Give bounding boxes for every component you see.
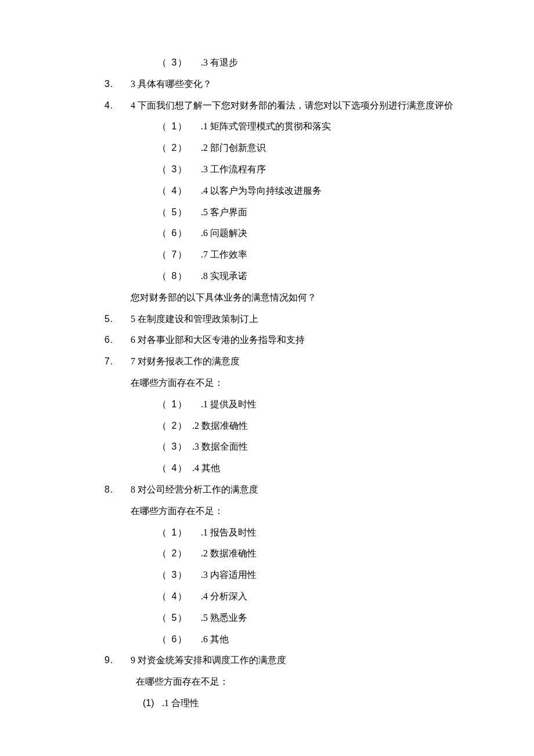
list-item: （ 3）.3 内容适用性 bbox=[131, 565, 476, 586]
question-text: 3 具体有哪些变化？ bbox=[131, 74, 476, 95]
list-item: （ 3）.3 工作流程有序 bbox=[131, 159, 476, 180]
sub-text: .8 实现承诺 bbox=[201, 266, 476, 287]
sub-number: （ 5） bbox=[157, 607, 201, 629]
question-number: 6. bbox=[104, 330, 131, 351]
question-7: 7. 7 对财务报表工作的满意度 在哪些方面存在不足： （ 1）.1 提供及时性… bbox=[58, 351, 476, 479]
question-number: 3. bbox=[104, 74, 131, 95]
question-text: 5 在制度建设和管理政策制订上 bbox=[131, 309, 476, 330]
question-6: 6. 6 对各事业部和大区专港的业务指导和支持 bbox=[58, 330, 476, 351]
question-text: 7 对财务报表工作的满意度 bbox=[131, 351, 476, 372]
sub-text: .6 其他 bbox=[201, 629, 476, 650]
sub-number: （ 7） bbox=[157, 244, 201, 266]
sub-number: （ 3） bbox=[157, 436, 192, 458]
list-item: （ 5）.5 熟悉业务 bbox=[131, 607, 476, 629]
sub-text: .6 问题解决 bbox=[201, 223, 476, 244]
list-item: （ 1）.1 矩阵式管理模式的贯彻和落实 bbox=[131, 116, 476, 138]
sub-number: （ 1） bbox=[157, 116, 201, 138]
sub-number: （ 4） bbox=[157, 180, 201, 202]
sub-number: （ 1） bbox=[157, 522, 201, 544]
sub-text: .4 分析深入 bbox=[201, 586, 476, 607]
question-number: 5. bbox=[104, 309, 131, 330]
question-4: 4. 4 下面我们想了解一下您对财务部的看法，请您对以下选项分别进行满意度评价 … bbox=[58, 95, 476, 309]
list-item: （ 3） .3 有退步 bbox=[131, 52, 476, 74]
list-item: （ 4）.4 以客户为导向持续改进服务 bbox=[131, 180, 476, 202]
sub-text: .3 工作流程有序 bbox=[201, 159, 476, 180]
sub-number: （ 8） bbox=[157, 266, 201, 287]
list-item: （ 2）.2 数据准确性 bbox=[131, 543, 476, 565]
sub-text: .4 以客户为导向持续改进服务 bbox=[201, 180, 476, 202]
sub-number: （ 6） bbox=[157, 629, 201, 650]
sub-text: .1 提供及时性 bbox=[201, 394, 476, 415]
sub-number: （ 2） bbox=[157, 138, 201, 159]
question-text: 6 对各事业部和大区专港的业务指导和支持 bbox=[131, 330, 476, 351]
question-number: 7. bbox=[104, 351, 131, 479]
sub-text: .1 合理性 bbox=[162, 698, 199, 708]
list-item: （ 4）.4 分析深入 bbox=[131, 586, 476, 607]
sub-text: .1 报告及时性 bbox=[201, 522, 476, 544]
question-number: 9. bbox=[104, 650, 131, 671]
sub-number: （ 6） bbox=[157, 223, 201, 244]
question-text: 4 下面我们想了解一下您对财务部的看法，请您对以下选项分别进行满意度评价 bbox=[131, 95, 476, 117]
sub-number: （ 3） bbox=[157, 159, 201, 180]
question-2-remainder: （ 3） .3 有退步 bbox=[58, 52, 476, 74]
sub-number: （ 3） bbox=[157, 52, 201, 74]
sub-text: .5 客户界面 bbox=[201, 202, 476, 223]
sub-text: .2 部门创新意识 bbox=[201, 138, 476, 159]
sub-number: （ 3） bbox=[157, 565, 201, 586]
question-3: 3. 3 具体有哪些变化？ bbox=[58, 74, 476, 95]
list-item: （ 2）.2 部门创新意识 bbox=[131, 138, 476, 159]
sub-number: （ 1） bbox=[157, 394, 201, 415]
list-item: （ 5）.5 客户界面 bbox=[131, 202, 476, 223]
question-9-prompt: 在哪些方面存在不足： bbox=[58, 671, 476, 693]
sub-text: .3 有退步 bbox=[201, 52, 476, 74]
sub-number: （ 4） bbox=[157, 586, 201, 607]
question-prompt: 在哪些方面存在不足： bbox=[131, 372, 476, 394]
list-item: （ 6）.6 问题解决 bbox=[131, 223, 476, 244]
sub-text: .4 其他 bbox=[192, 458, 476, 479]
question-9: 9. 9 对资金统筹安排和调度工作的满意度 bbox=[58, 650, 476, 671]
question-text: 9 对资金统筹安排和调度工作的满意度 bbox=[131, 650, 476, 671]
sub-text: .5 熟悉业务 bbox=[201, 607, 476, 629]
question-8: 8. 8 对公司经营分析工作的满意度 在哪些方面存在不足： （ 1）.1 报告及… bbox=[58, 479, 476, 650]
question-number: 8. bbox=[104, 479, 131, 650]
sub-text: .3 内容适用性 bbox=[201, 565, 476, 586]
sub-text: .3 数据全面性 bbox=[192, 436, 476, 458]
sub-number: （ 2） bbox=[157, 415, 192, 437]
sub-number: （ 4） bbox=[157, 458, 192, 479]
sub-number: （ 5） bbox=[157, 202, 201, 223]
list-item: (1) .1 合理性 bbox=[58, 693, 476, 714]
list-item: （ 3）.3 数据全面性 bbox=[131, 436, 476, 458]
sub-number: （ 2） bbox=[157, 543, 201, 565]
question-text: 8 对公司经营分析工作的满意度 bbox=[131, 479, 476, 501]
list-item: （ 4）.4 其他 bbox=[131, 458, 476, 479]
list-item: （ 7）.7 工作效率 bbox=[131, 244, 476, 266]
question-prompt: 在哪些方面存在不足： bbox=[131, 501, 476, 522]
list-item: （ 8）.8 实现承诺 bbox=[131, 266, 476, 287]
list-item: （ 6）.6 其他 bbox=[131, 629, 476, 650]
sub-text: .2 数据准确性 bbox=[192, 415, 476, 437]
list-item: （ 1）.1 报告及时性 bbox=[131, 522, 476, 544]
sub-number: (1) bbox=[143, 698, 154, 708]
list-item: （ 1）.1 提供及时性 bbox=[131, 394, 476, 415]
list-item: （ 2）.2 数据准确性 bbox=[131, 415, 476, 437]
sub-text: .1 矩阵式管理模式的贯彻和落实 bbox=[201, 116, 476, 138]
question-number: 4. bbox=[104, 95, 131, 309]
sub-text: .2 数据准确性 bbox=[201, 543, 476, 565]
sub-text: .7 工作效率 bbox=[201, 244, 476, 266]
question-5: 5. 5 在制度建设和管理政策制订上 bbox=[58, 309, 476, 330]
question-footer: 您对财务部的以下具体业务的满意情况如何？ bbox=[131, 287, 476, 309]
